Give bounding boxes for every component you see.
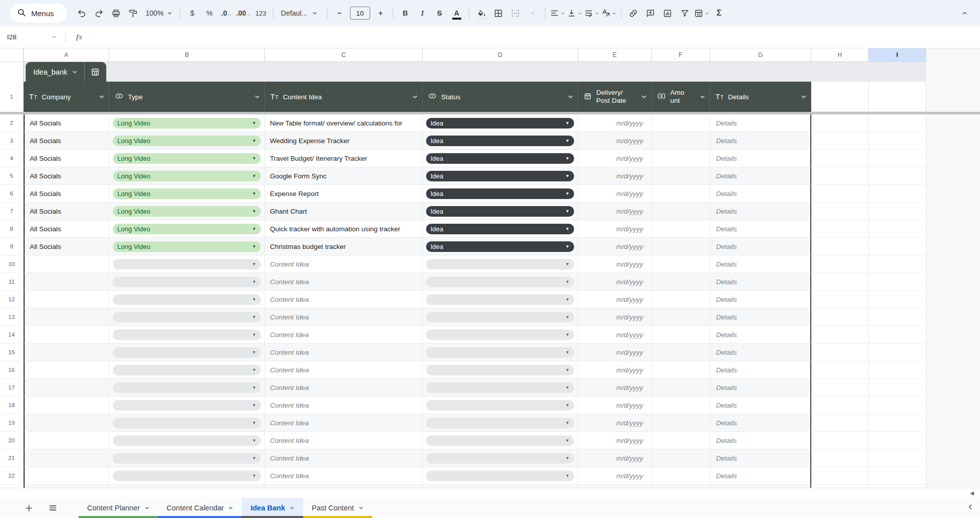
- increase-decimal-button[interactable]: .00→: [236, 5, 252, 21]
- date-cell[interactable]: m/d/yyyy: [578, 414, 652, 432]
- bold-button[interactable]: B: [397, 5, 413, 21]
- chevron-down-icon[interactable]: [568, 94, 574, 100]
- amount-cell[interactable]: [652, 414, 710, 432]
- type-chip[interactable]: ▼: [113, 435, 261, 446]
- chevron-down-icon[interactable]: [254, 94, 260, 100]
- status-cell[interactable]: Idea▼: [423, 238, 578, 255]
- header-cell-details[interactable]: TT Details: [710, 82, 811, 112]
- status-chip[interactable]: ▼: [426, 330, 574, 340]
- cell-i[interactable]: [869, 326, 926, 344]
- increase-font-size-button[interactable]: +: [373, 5, 389, 21]
- type-cell[interactable]: ▼: [109, 326, 265, 344]
- status-chip[interactable]: Idea▼: [426, 188, 574, 199]
- content-idea-cell[interactable]: New Table format/ overview/ calculations…: [265, 114, 423, 132]
- table-name-tab[interactable]: Idea_bank: [26, 62, 106, 82]
- row-number[interactable]: 20: [0, 432, 24, 449]
- type-cell[interactable]: ▼: [109, 344, 265, 361]
- column-header-b[interactable]: B: [109, 48, 265, 62]
- type-cell[interactable]: ▼: [109, 432, 265, 449]
- details-cell[interactable]: Details: [710, 361, 811, 379]
- header-cell-delivery-date[interactable]: Delivery/ Post Date: [578, 82, 652, 112]
- cell[interactable]: [811, 82, 869, 112]
- cell-i[interactable]: [869, 308, 926, 326]
- type-chip[interactable]: Long Video▼: [113, 206, 261, 217]
- strikethrough-button[interactable]: S: [432, 5, 448, 21]
- row-number[interactable]: 21: [0, 449, 24, 467]
- cell-i[interactable]: [869, 432, 926, 449]
- row-number[interactable]: 6: [0, 185, 24, 203]
- type-cell[interactable]: ▼: [109, 291, 265, 308]
- row-number[interactable]: 7: [0, 203, 24, 220]
- borders-button[interactable]: [491, 5, 507, 21]
- date-cell[interactable]: m/d/yyyy: [578, 167, 652, 185]
- type-chip[interactable]: ▼: [113, 277, 261, 287]
- italic-button[interactable]: I: [414, 5, 431, 21]
- content-idea-cell[interactable]: Ghant Chart: [265, 203, 423, 220]
- status-chip[interactable]: Idea▼: [426, 136, 574, 146]
- details-cell[interactable]: Details: [710, 167, 811, 185]
- status-chip[interactable]: ▼: [426, 435, 574, 446]
- cell-h[interactable]: [811, 326, 869, 344]
- company-cell[interactable]: All Socials: [24, 185, 109, 203]
- company-cell[interactable]: [24, 273, 109, 291]
- header-cell-amount[interactable]: Amount: [652, 82, 710, 112]
- type-cell[interactable]: ▼: [109, 467, 265, 485]
- status-chip[interactable]: ▼: [426, 418, 574, 428]
- date-cell[interactable]: m/d/yyyy: [578, 150, 652, 167]
- details-cell[interactable]: Details: [710, 150, 811, 167]
- status-chip[interactable]: ▼: [426, 312, 574, 322]
- details-cell[interactable]: Details: [710, 326, 811, 344]
- status-cell[interactable]: ▼: [423, 397, 578, 414]
- column-header-a[interactable]: A: [24, 48, 109, 62]
- company-cell[interactable]: [24, 344, 109, 361]
- type-chip[interactable]: ▼: [113, 453, 261, 464]
- type-chip[interactable]: ▼: [113, 330, 261, 340]
- cell-i[interactable]: [869, 220, 926, 238]
- cell-i[interactable]: [869, 167, 926, 185]
- row-number[interactable]: 18: [0, 397, 24, 414]
- content-idea-cell[interactable]: Content Idea: [265, 432, 423, 449]
- status-cell[interactable]: ▼: [423, 273, 578, 291]
- font-select[interactable]: Defaul...: [277, 9, 323, 17]
- cell-h[interactable]: [811, 379, 869, 397]
- cell-i[interactable]: [869, 114, 926, 132]
- table-grid-icon[interactable]: [84, 62, 106, 82]
- cell-i[interactable]: [869, 449, 926, 467]
- decrease-font-size-button[interactable]: −: [331, 5, 347, 21]
- status-cell[interactable]: ▼: [423, 308, 578, 326]
- header-cell-company[interactable]: TT Company: [24, 82, 109, 112]
- status-chip[interactable]: Idea▼: [426, 241, 574, 252]
- company-cell[interactable]: [24, 449, 109, 467]
- format-currency-button[interactable]: $: [184, 5, 200, 21]
- cell-h[interactable]: [811, 397, 869, 414]
- chevron-down-icon[interactable]: [359, 505, 364, 510]
- cell-i[interactable]: [869, 273, 926, 291]
- row-number[interactable]: 10: [0, 255, 24, 273]
- cell-i[interactable]: [869, 379, 926, 397]
- merge-cells-button[interactable]: [508, 5, 524, 21]
- cell-h[interactable]: [811, 167, 869, 185]
- status-cell[interactable]: ▼: [423, 291, 578, 308]
- type-cell[interactable]: Long Video▼: [109, 203, 265, 220]
- type-chip[interactable]: Long Video▼: [113, 224, 261, 234]
- cell-i[interactable]: [869, 344, 926, 361]
- cell-h[interactable]: [811, 185, 869, 203]
- cell-i[interactable]: [869, 185, 926, 203]
- company-cell[interactable]: [24, 397, 109, 414]
- undo-button[interactable]: [74, 5, 90, 21]
- content-idea-cell[interactable]: Travel Budget/ Itenerary Tracker: [265, 150, 423, 167]
- cell-h[interactable]: [811, 273, 869, 291]
- amount-cell[interactable]: [652, 361, 710, 379]
- date-cell[interactable]: m/d/yyyy: [578, 185, 652, 203]
- chevron-down-icon[interactable]: [145, 505, 150, 510]
- status-chip[interactable]: ▼: [426, 400, 574, 411]
- type-cell[interactable]: ▼: [109, 308, 265, 326]
- cell-i[interactable]: [869, 150, 926, 167]
- details-cell[interactable]: Details: [710, 255, 811, 273]
- row-number[interactable]: 2: [0, 114, 24, 132]
- amount-cell[interactable]: [652, 220, 710, 238]
- amount-cell[interactable]: [652, 132, 710, 150]
- status-chip[interactable]: Idea▼: [426, 118, 574, 128]
- insert-chart-button[interactable]: [660, 5, 676, 21]
- cell-i[interactable]: [869, 238, 926, 255]
